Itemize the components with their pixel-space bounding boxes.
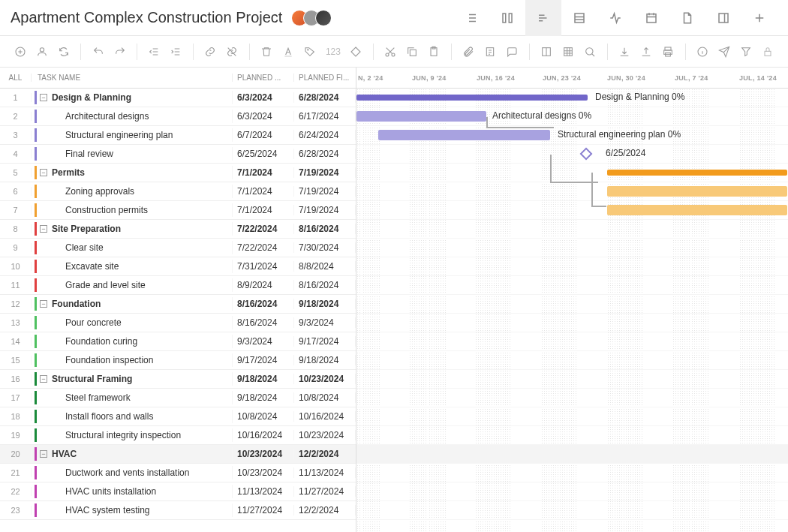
gantt-bar[interactable]	[378, 130, 550, 140]
table-row[interactable]: 5 −Permits 7/1/2024 7/19/2024	[0, 164, 356, 182]
list-view-button[interactable]	[453, 0, 489, 36]
text-color-button[interactable]	[279, 41, 298, 62]
gantt-row[interactable]: 6/25/2024	[356, 145, 788, 164]
avatar[interactable]	[315, 10, 332, 26]
table-row[interactable]: 22 HVAC units installation 11/13/2024 11…	[0, 482, 356, 501]
table-row[interactable]: 7 Construction permits 7/1/2024 7/19/202…	[0, 201, 356, 220]
gantt-row[interactable]	[356, 201, 788, 220]
table-row[interactable]: 21 Ductwork and vents installation 10/23…	[0, 464, 356, 482]
link-button[interactable]	[201, 41, 220, 62]
gantt-row[interactable]	[356, 407, 788, 426]
gantt-row[interactable]	[356, 314, 788, 332]
table-row[interactable]: 16 −Structural Framing 9/18/2024 10/23/2…	[0, 370, 356, 389]
gantt-row[interactable]	[356, 295, 788, 314]
table-row[interactable]: 14 Foundation curing 9/3/2024 9/17/2024	[0, 332, 356, 351]
redo-button[interactable]	[110, 41, 129, 62]
grid-button[interactable]	[559, 41, 578, 62]
gantt-bar[interactable]	[607, 186, 787, 197]
gantt-bar[interactable]	[356, 111, 486, 122]
milestone-marker[interactable]	[580, 148, 593, 161]
diamond-milestone-button[interactable]	[347, 41, 365, 62]
gantt-row[interactable]	[356, 482, 788, 501]
add-view-button[interactable]	[741, 0, 777, 36]
table-row[interactable]: 23 HVAC system testing 11/27/2024 12/2/2…	[0, 501, 356, 520]
paste-button[interactable]	[425, 41, 444, 62]
undo-button[interactable]	[89, 41, 107, 62]
table-row[interactable]: 11 Grade and level site 8/9/2024 8/16/20…	[0, 276, 356, 295]
gantt-row[interactable]: Design & Planning 0%	[356, 89, 788, 107]
table-row[interactable]: 2 Architectural designs 6/3/2024 6/17/20…	[0, 107, 356, 126]
col-header-finish[interactable]: PLANNED FI...	[294, 74, 356, 82]
gantt-bar[interactable]	[356, 95, 588, 101]
table-row[interactable]: 18 Install floors and walls 10/8/2024 10…	[0, 407, 356, 426]
gantt-row[interactable]	[356, 220, 788, 239]
gantt-row[interactable]	[356, 501, 788, 520]
col-header-name[interactable]: TASK NAME	[32, 74, 233, 82]
calendar-view-button[interactable]	[633, 0, 669, 36]
note-button[interactable]	[481, 41, 500, 62]
gantt-row[interactable]	[356, 389, 788, 407]
table-row[interactable]: 9 Clear site 7/22/2024 7/30/2024	[0, 239, 356, 257]
activity-view-button[interactable]	[597, 0, 633, 36]
table-row[interactable]: 3 Structural engineering plan 6/7/2024 6…	[0, 126, 356, 145]
collapse-icon[interactable]: −	[40, 94, 47, 101]
send-button[interactable]	[715, 41, 734, 62]
columns-button[interactable]	[537, 41, 556, 62]
cut-button[interactable]	[381, 41, 400, 62]
avatar-group[interactable]	[296, 10, 332, 26]
tag-button[interactable]	[301, 41, 320, 62]
attach-button[interactable]	[459, 41, 478, 62]
collapse-icon[interactable]: −	[40, 225, 47, 233]
gantt-row[interactable]	[356, 426, 788, 445]
print-button[interactable]	[659, 41, 678, 62]
upload-button[interactable]	[637, 41, 656, 62]
gantt-row[interactable]	[356, 370, 788, 389]
gantt-bar[interactable]	[607, 205, 787, 215]
gantt-view-button[interactable]	[525, 0, 561, 36]
gantt-chart[interactable]: N, 2 '24JUN, 9 '24JUN, 16 '24JUN, 23 '24…	[356, 68, 788, 532]
unlink-button[interactable]	[223, 41, 242, 62]
table-row[interactable]: 1 −Design & Planning 6/3/2024 6/28/2024	[0, 89, 356, 107]
assign-button[interactable]	[32, 41, 51, 62]
table-row[interactable]: 19 Structural integrity inspection 10/16…	[0, 426, 356, 445]
collapse-icon[interactable]: −	[40, 300, 47, 308]
copy-button[interactable]	[403, 41, 422, 62]
gantt-row[interactable]	[356, 257, 788, 276]
gantt-row[interactable]	[356, 182, 788, 201]
download-button[interactable]	[615, 41, 634, 62]
col-header-start[interactable]: PLANNED ...	[233, 74, 294, 82]
outdent-button[interactable]	[145, 41, 164, 62]
collapse-icon[interactable]: −	[40, 450, 47, 458]
col-header-all[interactable]: ALL	[0, 74, 32, 82]
panel-view-button[interactable]	[705, 0, 741, 36]
delete-button[interactable]	[257, 41, 276, 62]
comment-button[interactable]	[503, 41, 522, 62]
sync-button[interactable]	[54, 41, 73, 62]
table-row[interactable]: 13 Pour concrete 8/16/2024 9/3/2024	[0, 314, 356, 332]
table-view-button[interactable]	[561, 0, 597, 36]
gantt-row[interactable]	[356, 445, 788, 464]
gantt-row[interactable]	[356, 239, 788, 257]
gantt-row[interactable]	[356, 276, 788, 295]
table-row[interactable]: 4 Final review 6/25/2024 6/28/2024	[0, 145, 356, 164]
document-view-button[interactable]	[669, 0, 705, 36]
indent-button[interactable]	[167, 41, 185, 62]
table-row[interactable]: 8 −Site Preparation 7/22/2024 8/16/2024	[0, 220, 356, 239]
add-task-button[interactable]	[11, 41, 29, 62]
table-row[interactable]: 12 −Foundation 8/16/2024 9/18/2024	[0, 295, 356, 314]
gantt-row[interactable]: Architectural designs 0%	[356, 107, 788, 126]
table-row[interactable]: 6 Zoning approvals 7/1/2024 7/19/2024	[0, 182, 356, 201]
gantt-row[interactable]	[356, 332, 788, 351]
table-row[interactable]: 15 Foundation inspection 9/17/2024 9/18/…	[0, 351, 356, 370]
gantt-row[interactable]	[356, 464, 788, 482]
table-row[interactable]: 17 Steel framework 9/18/2024 10/8/2024	[0, 389, 356, 407]
info-button[interactable]	[693, 41, 712, 62]
gantt-row[interactable]	[356, 164, 788, 182]
gantt-row[interactable]: Structural engineering plan 0%	[356, 126, 788, 145]
table-row[interactable]: 20 −HVAC 10/23/2024 12/2/2024	[0, 445, 356, 464]
collapse-icon[interactable]: −	[40, 169, 47, 176]
table-row[interactable]: 10 Excavate site 7/31/2024 8/8/2024	[0, 257, 356, 276]
filter-button[interactable]	[737, 41, 756, 62]
collapse-icon[interactable]: −	[40, 375, 47, 383]
board-view-button[interactable]	[489, 0, 525, 36]
